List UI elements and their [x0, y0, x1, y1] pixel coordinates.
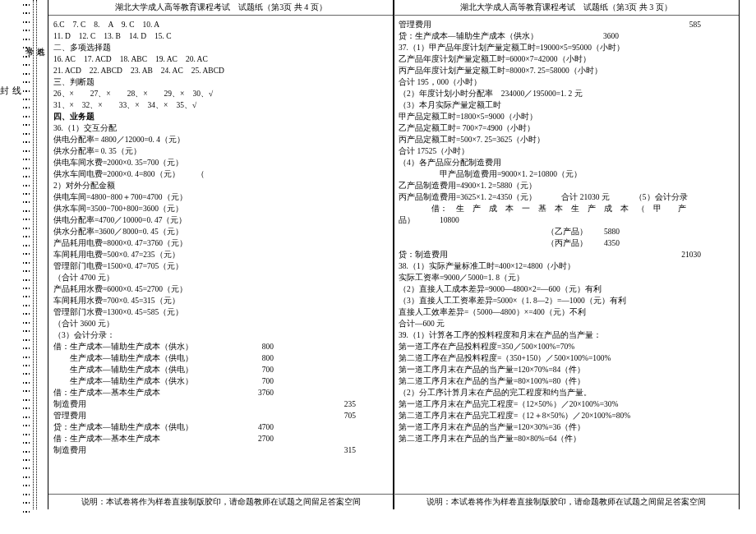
row: 制造费用235: [53, 398, 389, 410]
side-char-1: 线: [11, 78, 23, 85]
line: （3）直接人工工资率差异=5000×（1. 8—2）=—1000（元）有利: [399, 295, 734, 306]
line: 管理部门水费=1300×0. 45=585（元）: [53, 306, 389, 318]
line: 四、业务题: [53, 111, 389, 122]
line: （4）各产品应分配制造费用: [399, 157, 734, 168]
line: 39.（1）计算各工序的投料程度和月末在产品的当产量：: [399, 329, 734, 341]
content-left: 6.C 7. C 8. A 9. C 10. A 11. D 12. C 13.…: [48, 16, 394, 459]
side-labels: 线 封 密: [0, 66, 23, 97]
line: 供水车间电费=2000×0. 4=800（元） （: [53, 168, 389, 180]
line: 2）对外分配金额: [53, 180, 389, 191]
row: 生产成本—辅助生产成本（供水）700: [53, 375, 389, 387]
line: 品） 10800: [399, 214, 734, 226]
line: （合计 3600 元）: [53, 318, 389, 329]
line: 第一道工序月末在产品的当产量=120×30%=36（件）: [399, 421, 734, 433]
line: 车间耗用电费=500×0. 47=235（元）: [53, 249, 389, 260]
line: 乙产品年度计划产量定额工时=6000×7=42000（小时）: [399, 53, 734, 65]
line: 管理部门电费=1500×0. 47=705（元）: [53, 260, 389, 272]
line: 31、× 32、× 33、× 34、× 35、√: [53, 99, 389, 111]
row: 生产成本—辅助生产成本（供电）800: [53, 352, 389, 364]
line: 三、判断题: [53, 76, 389, 88]
line: 供水车间=3500−700+800=3600（元）: [53, 203, 389, 214]
line: （2）直接人工成本差异=9000—4800×2=—600（元）有利: [399, 283, 734, 295]
page-right: 湖北大学成人高等教育课程考试 试题纸（第3页 共 3 页） 管理费用585 贷：…: [393, 0, 740, 509]
line: 供水分配率= 0. 35（元）: [53, 145, 389, 157]
line: 第一道工序月末在产品的当产量=120×70%=84（件）: [399, 364, 734, 375]
content-right: 管理费用585 贷：生产成本—辅助生产成本（供水）3600 37.（1）甲产品年…: [394, 16, 739, 448]
side-id: 学号: [23, 41, 35, 123]
line: 供电分配率=4700／10000=0. 47（元）: [53, 214, 389, 226]
line: （合计 4700 元）: [53, 272, 389, 283]
line: 甲产品制造费用=9000×1. 2=10800（元）: [399, 168, 734, 180]
row: 生产成本—辅助生产成本（供电）700: [53, 364, 389, 375]
line: 6.C 7. C 8. A 9. C 10. A: [53, 19, 389, 30]
line: 借： 生 产 成 本 一 基 本 生 产 成 本 （ 甲 产: [399, 203, 734, 214]
line: 丙产品制造费用=3625×1. 2=4350（元） 合计 21030 元 （5）…: [399, 191, 734, 203]
line: 产品耗用水费=6000×0. 45=2700（元）: [53, 283, 389, 295]
line: 38.（1）实际产量标准工时=400×12=4800（小时）: [399, 260, 734, 272]
line: 第二道工序月末在产品的当产量=80×80%=64（件）: [399, 433, 734, 444]
line: 丙产品定额工时=500×7. 25=3625（小时）: [399, 134, 734, 145]
line: 第二道工序在产品投料程度=（350+150）／500×100%=100%: [399, 352, 734, 364]
row: 借：生产成本—辅助生产成本（供水）800: [53, 341, 389, 352]
line: 实际工资率=9000／5000=1. 8（元）: [399, 272, 734, 283]
line: 合计 17525（小时）: [399, 145, 734, 157]
line: 合计—600 元: [399, 318, 734, 329]
line: 车间耗用水费=700×0. 45=315（元）: [53, 295, 389, 306]
line: 供电车间=4800−800＋700=4700（元）: [53, 191, 389, 203]
line: 26、× 27、× 28、× 29、× 30、√: [53, 88, 389, 99]
footer-right: 说明：本试卷将作为样卷直接制版胶印，请命题教师在试题之间留足答案空间: [394, 494, 739, 508]
line: 直接人工效率差异=（5000—4800）×=400（元）不利: [399, 306, 734, 318]
line: 产品耗用电费=8000×0. 47=3760（元）: [53, 237, 389, 249]
line: 甲产品定额工时=1800×5=9000（小时）: [399, 111, 734, 122]
line: 37.（1）甲产品年度计划产量定额工时=19000×5=95000（小时）: [399, 42, 734, 53]
line: 供电分配率= 4800／12000=0. 4（元）: [53, 134, 389, 145]
line: 第一道工序在产品投料程度=350／500×100%=70%: [399, 341, 734, 352]
row: 管理费用585: [399, 19, 734, 30]
line: （乙产品） 5880: [399, 226, 734, 237]
row: 贷：生产成本—辅助生产成本（供电）4700: [53, 421, 389, 433]
footer-left: 说明：本试卷将作为样卷直接制版胶印，请命题教师在试题之间留足答案空间: [48, 494, 394, 508]
line: （丙产品） 4350: [399, 237, 734, 249]
line: 乙产品定额工时= 700×7=4900（小时）: [399, 122, 734, 134]
row: 制造费用315: [53, 444, 389, 456]
line: 11. D 12. C 13. B 14. D 15. C: [53, 30, 389, 42]
line: 乙产品制造费用=4900×1. 2=5880（元）: [399, 180, 734, 191]
side-info: 姓名 学号: [36, 41, 46, 123]
row: 借：生产成本—基本生产成本2700: [53, 433, 389, 444]
row: 贷：生产成本—辅助生产成本（供水）3600: [399, 30, 734, 42]
page-left: 湖北大学成人高等教育课程考试 试题纸（第3页 共 4 页） 6.C 7. C 8…: [48, 0, 394, 509]
line: 第一道工序月末在产品完工程度=（12×50%）／20×100%=30%: [399, 398, 734, 410]
line: （2）年度计划小时分配率 234000／195000=1. 2 元: [399, 88, 734, 99]
line: 36.（1）交互分配: [53, 122, 389, 134]
line: 16. AC 17. ACD 18. ABC 19. AC 20. AC: [53, 53, 389, 65]
side-char-2: 封: [0, 78, 11, 85]
line: 丙产品年度计划产量定额工时=8000×7. 25=58000（小时）: [399, 65, 734, 76]
line: 第二道工序月末在产品完工程度=（12＋8×50%）／20×100%=80%: [399, 410, 734, 421]
row: 贷：制造费用21030: [399, 249, 734, 260]
header-right: 湖北大学成人高等教育课程考试 试题纸（第3页 共 3 页）: [394, 0, 739, 16]
row: 借：生产成本—基本生产成本3760: [53, 387, 389, 398]
header-left: 湖北大学成人高等教育课程考试 试题纸（第3页 共 4 页）: [48, 0, 394, 16]
line: 二、多项选择题: [53, 42, 389, 53]
line: 第二道工序月末在产品的当产量=80×100%=80（件）: [399, 375, 734, 387]
line: （3）会计分录：: [53, 329, 389, 341]
line: 21. ACD 22. ABCD 23. AB 24. AC 25. ABCD: [53, 65, 389, 76]
line: （3）本月实际产量定额工时: [399, 99, 734, 111]
line: 合计 195，000（小时）: [399, 76, 734, 88]
line: （2）分工序计算月末在产品的完工程度和约当产量。: [399, 387, 734, 398]
line: 供电车间水费=2000×0. 35=700（元）: [53, 157, 389, 168]
line: 供水分配率=3600／8000=0. 45（元）: [53, 226, 389, 237]
row: 管理费用705: [53, 410, 389, 421]
